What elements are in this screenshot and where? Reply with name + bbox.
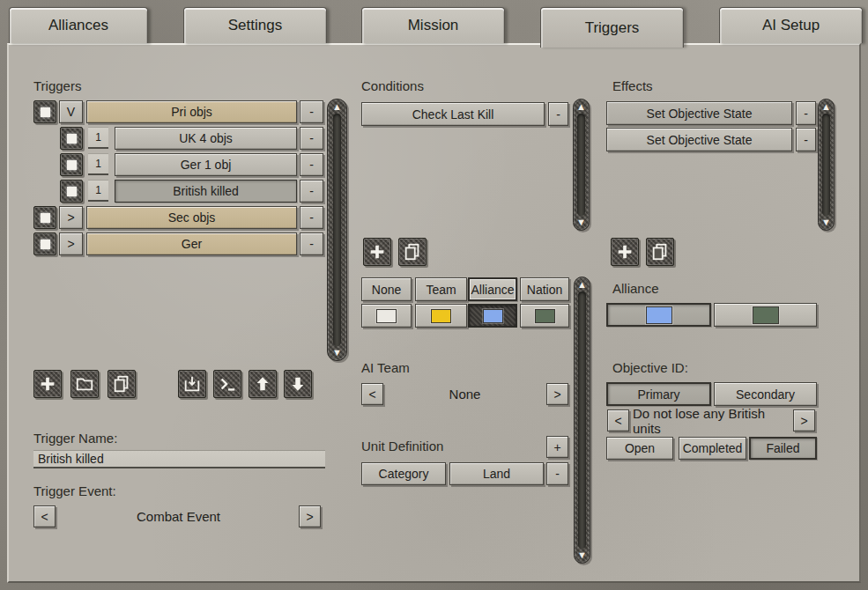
objective-secondary-button[interactable]: Secondary bbox=[714, 382, 817, 406]
ai-team-label: AI Team bbox=[361, 360, 410, 375]
scroll-down-icon[interactable]: ▼ bbox=[332, 348, 342, 358]
blue-swatch bbox=[646, 306, 672, 324]
tab-label: Mission bbox=[408, 17, 459, 34]
remove-trigger-button[interactable]: - bbox=[300, 206, 323, 229]
conditions-section-title: Conditions bbox=[361, 78, 424, 93]
tab-settings[interactable]: Settings bbox=[183, 7, 327, 43]
triggers-section-title: Triggers bbox=[33, 78, 81, 93]
ai-team-prev-button[interactable]: < bbox=[361, 383, 383, 405]
effect-row-selected[interactable]: Set Objective State bbox=[606, 101, 792, 125]
trigger-row[interactable]: Pri objs bbox=[86, 100, 297, 123]
scroll-up-icon[interactable]: ▲ bbox=[332, 102, 342, 112]
triggers-scrollbar[interactable]: ▲ ▼ bbox=[327, 99, 347, 361]
add-unit-definition-button[interactable]: + bbox=[546, 436, 568, 458]
scope-team-button[interactable]: Team bbox=[415, 277, 467, 301]
trigger-enabled-checkbox[interactable] bbox=[60, 180, 83, 203]
unit-definition-category-button[interactable]: Category bbox=[361, 462, 446, 485]
tab-label: Triggers bbox=[585, 19, 640, 37]
scroll-down-icon[interactable]: ▼ bbox=[576, 218, 586, 227]
scrollbar-track[interactable] bbox=[822, 114, 830, 216]
trigger-enabled-checkbox[interactable] bbox=[33, 100, 56, 123]
objective-state-completed-button[interactable]: Completed bbox=[679, 437, 746, 460]
trigger-expand-toggle[interactable]: > bbox=[59, 232, 83, 255]
remove-trigger-button[interactable]: - bbox=[300, 153, 323, 176]
add-effect-button[interactable] bbox=[611, 238, 639, 266]
tab-triggers[interactable]: Triggers bbox=[540, 7, 684, 48]
trigger-enabled-checkbox[interactable] bbox=[60, 127, 83, 150]
remove-condition-button[interactable]: - bbox=[548, 102, 568, 126]
green-swatch bbox=[535, 309, 555, 323]
trigger-event-next-button[interactable]: > bbox=[299, 505, 321, 527]
unit-definition-value-button[interactable]: Land bbox=[449, 462, 544, 485]
duplicate-effect-button[interactable] bbox=[646, 238, 674, 266]
objective-primary-button-selected[interactable]: Primary bbox=[606, 382, 711, 406]
scope-none-button[interactable]: None bbox=[361, 277, 412, 301]
trigger-expand-toggle[interactable]: V bbox=[59, 100, 83, 123]
remove-effect-button[interactable]: - bbox=[796, 128, 816, 151]
tab-alliances[interactable]: Alliances bbox=[9, 7, 148, 43]
duplicate-trigger-button[interactable] bbox=[108, 370, 136, 398]
trigger-expand-toggle[interactable]: > bbox=[59, 206, 83, 229]
scrollbar-track[interactable] bbox=[333, 114, 341, 346]
trigger-row[interactable]: UK 4 objs bbox=[115, 127, 297, 150]
remove-unit-definition-button[interactable]: - bbox=[546, 462, 568, 485]
scroll-down-icon[interactable]: ▼ bbox=[821, 218, 831, 227]
scroll-up-icon[interactable]: ▲ bbox=[821, 102, 831, 112]
prompt-icon bbox=[218, 374, 237, 394]
tab-mission[interactable]: Mission bbox=[361, 7, 505, 43]
trigger-row[interactable]: Ger bbox=[86, 232, 297, 255]
scope-alliance-button-selected[interactable]: Alliance bbox=[468, 277, 517, 301]
conditions-scrollbar[interactable]: ▲ ▼ bbox=[573, 99, 590, 231]
trigger-name-input[interactable] bbox=[33, 450, 325, 468]
effects-section-title: Effects bbox=[612, 78, 653, 93]
move-trigger-up-button[interactable] bbox=[249, 370, 277, 398]
duplicate-condition-button[interactable] bbox=[398, 238, 427, 266]
trigger-order-field[interactable]: 1 bbox=[88, 127, 108, 149]
remove-effect-button[interactable]: - bbox=[796, 101, 816, 125]
add-condition-button[interactable] bbox=[363, 238, 391, 266]
trigger-enabled-checkbox[interactable] bbox=[60, 153, 83, 176]
condition-row[interactable]: Check Last Kill bbox=[361, 102, 545, 126]
trigger-order-field[interactable]: 1 bbox=[88, 153, 108, 175]
scrollbar-track[interactable] bbox=[577, 114, 585, 216]
ai-team-next-button[interactable]: > bbox=[546, 383, 568, 405]
scrollbar-track[interactable] bbox=[578, 291, 586, 549]
scope-nation-button[interactable]: Nation bbox=[520, 277, 569, 301]
trigger-row[interactable]: Sec objs bbox=[86, 206, 297, 229]
remove-trigger-button[interactable]: - bbox=[300, 127, 323, 150]
objective-next-button[interactable]: > bbox=[793, 409, 815, 431]
effect-row[interactable]: Set Objective State bbox=[606, 128, 792, 151]
alliance-blue-button-selected[interactable] bbox=[606, 303, 711, 327]
unit-definition-label: Unit Definition bbox=[361, 439, 443, 454]
remove-trigger-button[interactable]: - bbox=[300, 100, 323, 123]
tab-ai-setup[interactable]: AI Setup bbox=[719, 7, 863, 43]
condition-detail-scrollbar[interactable]: ▲ ▼ bbox=[574, 277, 590, 564]
trigger-enabled-checkbox[interactable] bbox=[33, 206, 56, 229]
trigger-enabled-checkbox[interactable] bbox=[33, 232, 56, 255]
scroll-down-icon[interactable]: ▼ bbox=[577, 550, 587, 560]
scope-alliance-swatch-button-selected[interactable] bbox=[468, 304, 517, 328]
scope-none-swatch-button[interactable] bbox=[361, 304, 412, 328]
trigger-order-field[interactable]: 1 bbox=[88, 180, 108, 202]
remove-trigger-button[interactable]: - bbox=[300, 232, 323, 255]
trigger-event-label: Trigger Event: bbox=[33, 483, 116, 498]
objective-state-failed-button-selected[interactable]: Failed bbox=[749, 437, 817, 460]
plus-icon bbox=[367, 242, 387, 262]
trigger-row[interactable]: Ger 1 obj bbox=[115, 153, 297, 176]
scroll-up-icon[interactable]: ▲ bbox=[576, 102, 586, 112]
script-trigger-button[interactable] bbox=[213, 370, 241, 398]
add-folder-button[interactable] bbox=[70, 370, 99, 398]
alliance-green-button[interactable] bbox=[714, 303, 817, 327]
objective-state-open-button[interactable]: Open bbox=[606, 437, 673, 460]
add-trigger-button[interactable] bbox=[33, 370, 62, 398]
remove-trigger-button[interactable]: - bbox=[300, 180, 323, 203]
scroll-up-icon[interactable]: ▲ bbox=[577, 280, 587, 290]
trigger-event-prev-button[interactable]: < bbox=[33, 505, 56, 527]
scope-nation-swatch-button[interactable] bbox=[520, 304, 569, 328]
trigger-row-selected[interactable]: British killed bbox=[115, 180, 297, 203]
effects-scrollbar[interactable]: ▲ ▼ bbox=[818, 99, 835, 231]
import-trigger-button[interactable] bbox=[178, 370, 206, 398]
scope-team-swatch-button[interactable] bbox=[415, 304, 467, 328]
move-trigger-down-button[interactable] bbox=[284, 370, 312, 398]
objective-prev-button[interactable]: < bbox=[607, 409, 629, 431]
